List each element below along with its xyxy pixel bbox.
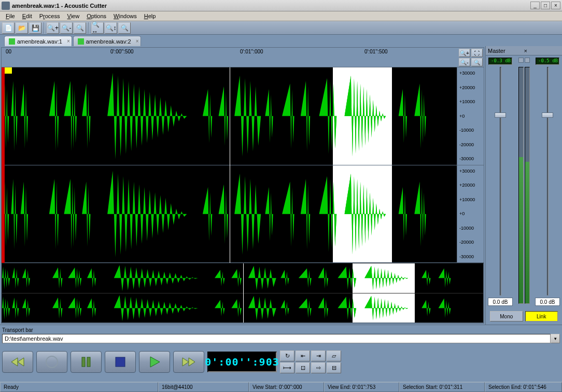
rewind-button[interactable]: [2, 351, 33, 373]
goto-button[interactable]: ⇨: [311, 362, 326, 373]
toolbar: 📄 📂 💾 🔍+ 🔍- 🔍 🔍↔ 🔍↕ 🔍: [0, 21, 562, 35]
ruler-mark: 0':00'':500: [110, 49, 134, 54]
master-header: Master ×: [486, 46, 562, 55]
master-panel: Master × -0.3 dB -0.5 dB: [485, 46, 562, 325]
menu-options[interactable]: Options: [83, 12, 110, 20]
record-button[interactable]: [36, 351, 67, 373]
play-sel-button[interactable]: ⟼: [280, 362, 294, 373]
close-tab-icon[interactable]: ×: [67, 38, 70, 44]
svg-rect-3: [116, 357, 125, 367]
fader-handle[interactable]: [542, 113, 553, 118]
waveform-left: [2, 67, 457, 165]
channel-left[interactable]: [2, 67, 457, 165]
save-button[interactable]: 💾: [29, 22, 41, 34]
zoom-in-h-button[interactable]: 🔍+: [459, 49, 470, 57]
goto-start-sel-button[interactable]: ⇤: [296, 351, 310, 361]
goto-end-sel-button[interactable]: ⇥: [311, 351, 326, 361]
channel-right[interactable]: [2, 165, 457, 263]
file-path-input[interactable]: D:\test\amenbreak.wav: [2, 334, 551, 343]
svg-rect-2: [87, 357, 90, 367]
tab-file-2[interactable]: amenbreak.wav:2 ×: [73, 36, 141, 46]
zoom-fit-button[interactable]: ⛶: [471, 49, 483, 57]
link-button[interactable]: Link: [525, 311, 558, 321]
menubar: File Edit Process View Options Windows H…: [0, 11, 562, 21]
document-tabs: amenbreak.wav:1 × amenbreak.wav:2 ×: [0, 35, 562, 46]
app-icon: [2, 2, 10, 10]
zoom-vert-out-button[interactable]: 🔍: [118, 22, 131, 34]
zoom-sel-button[interactable]: ⊡: [296, 362, 310, 373]
minimize-button[interactable]: _: [530, 2, 540, 9]
svg-rect-1: [82, 357, 85, 367]
transport-options: ↻ ⇤ ⇥ ▱ ⟼ ⊡ ⇨ ⊟: [280, 351, 341, 373]
fast-forward-button[interactable]: [173, 351, 204, 373]
close-tab-icon[interactable]: ×: [136, 38, 139, 44]
workspace: 00 0':00'':500 0':01'':000 0':01'':500 🔍…: [0, 46, 562, 325]
tab-label: amenbreak.wav:1: [17, 38, 62, 45]
waveform-channels[interactable]: [2, 67, 457, 263]
level-meter-right: [525, 67, 530, 304]
pause-button[interactable]: [71, 351, 102, 373]
maximize-button[interactable]: □: [541, 2, 550, 9]
menu-windows[interactable]: Windows: [110, 12, 140, 20]
zoom-selection-button[interactable]: 🔍: [74, 22, 86, 34]
status-sel-start: Selection Start: 0':01'':311: [399, 382, 485, 392]
overview-wave: [2, 293, 483, 323]
waveform-editor: 00 0':00'':500 0':01'':000 0':01'':500 🔍…: [1, 47, 484, 324]
db-input-left[interactable]: [488, 298, 513, 306]
tab-label: amenbreak.wav:2: [86, 38, 131, 45]
amplitude-scale: +30000 +20000 +10000 +0 -10000 -20000 -3…: [457, 67, 484, 263]
loop-button[interactable]: ↻: [280, 351, 294, 361]
time-ruler[interactable]: 00 0':00'':500 0':01'':000 0':01'':500 🔍…: [2, 48, 484, 67]
clip-led-right[interactable]: [525, 58, 530, 63]
flag-marker[interactable]: [5, 67, 12, 74]
fader-right-track[interactable]: [537, 67, 558, 296]
fader-right: -0.5 dB: [535, 58, 560, 306]
menu-help[interactable]: Help: [140, 12, 160, 20]
marker-button[interactable]: ▱: [327, 351, 341, 361]
zoom-sel-button[interactable]: 🔍: [471, 58, 483, 66]
db-peak-right: -0.5 dB: [536, 58, 559, 65]
window-title: amenbreak.wav:1 - Acoustic Cutter: [12, 3, 530, 9]
close-button[interactable]: ×: [551, 2, 560, 9]
transport-label: Transport bar: [2, 326, 560, 334]
status-ready: Ready: [0, 382, 158, 392]
play-button[interactable]: [139, 351, 170, 373]
menu-edit[interactable]: Edit: [19, 12, 36, 20]
zoom-full-button[interactable]: 🔍↔: [91, 22, 104, 34]
path-dropdown-button[interactable]: ▼: [551, 334, 560, 343]
clip-led-left[interactable]: [518, 58, 524, 63]
wave-icon: [78, 38, 84, 45]
fader-left-track[interactable]: [489, 67, 511, 296]
statusbar: Ready 16bit@44100 View Start: 0':00'':00…: [0, 382, 562, 392]
open-button[interactable]: 📂: [16, 22, 28, 34]
zoom-out-h-button[interactable]: 🔍-: [459, 58, 470, 66]
overview-left[interactable]: [2, 263, 483, 293]
menu-view[interactable]: View: [63, 12, 83, 20]
overview-waveform[interactable]: [2, 263, 484, 323]
db-input-right[interactable]: [535, 298, 560, 306]
ruler-mark: 0':01'':000: [240, 49, 263, 54]
transport-bar: Transport bar D:\test\amenbreak.wav ▼ 0'…: [0, 325, 562, 382]
opt-button[interactable]: ⊟: [327, 362, 341, 373]
zoom-out-button[interactable]: 🔍-: [60, 22, 73, 34]
mono-button[interactable]: Mono: [490, 311, 523, 321]
menu-process[interactable]: Process: [36, 12, 64, 20]
zoom-in-button[interactable]: 🔍+: [47, 22, 59, 34]
stop-button[interactable]: [105, 351, 136, 373]
fader-handle[interactable]: [495, 113, 506, 118]
zoom-vert-in-button[interactable]: 🔍↕: [105, 22, 117, 34]
waveform-right: [2, 165, 457, 263]
wave-icon: [9, 38, 15, 45]
db-peak-left: -0.3 dB: [488, 58, 512, 65]
new-button[interactable]: 📄: [2, 22, 15, 34]
tab-file-1[interactable]: amenbreak.wav:1 ×: [4, 36, 72, 46]
ruler-mark: 0':01'':500: [364, 49, 388, 54]
overview-right[interactable]: [2, 293, 483, 323]
titlebar: amenbreak.wav:1 - Acoustic Cutter _ □ ×: [0, 0, 562, 11]
menu-file[interactable]: File: [2, 12, 19, 20]
toolbar-separator: [88, 22, 89, 34]
close-panel-icon[interactable]: ×: [524, 48, 560, 54]
start-marker[interactable]: [2, 67, 5, 263]
overview-wave: [2, 263, 483, 293]
waveform-area: +30000 +20000 +10000 +0 -10000 -20000 -3…: [2, 67, 484, 263]
